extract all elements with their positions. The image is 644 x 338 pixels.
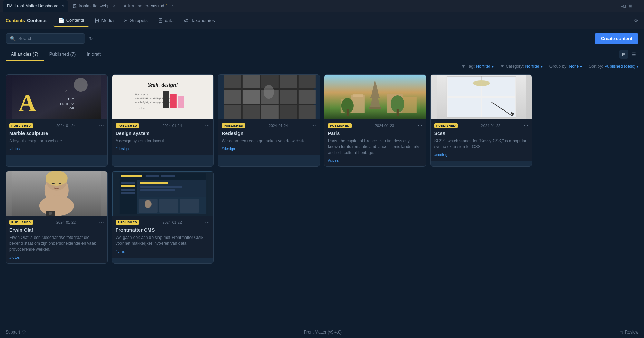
data-icon: 🗄 — [158, 18, 163, 23]
settings-icon[interactable]: ⚙ — [634, 17, 638, 24]
filter-tab-published[interactable]: Published (7) — [44, 48, 81, 61]
card-scss-menu[interactable]: ⋯ — [524, 123, 528, 128]
card-erwin-menu[interactable]: ⋯ — [99, 220, 104, 225]
tag-value[interactable]: No filter — [476, 64, 490, 69]
card-paris[interactable]: PUBLISHED 2024-01-23 ⋯ Paris Paris, the … — [324, 74, 426, 167]
card-redesign-footer: PUBLISHED 2024-01-24 ⋯ Redesign We gaan … — [218, 119, 320, 155]
tab-webp[interactable]: 🖼 frontmatter.webp × — [69, 0, 119, 12]
category-filter[interactable]: ▼ Category: No filter ▾ — [500, 64, 543, 69]
support-area[interactable]: Support ♡ — [6, 330, 26, 335]
card-scss[interactable]: PUBLISHED 2024-01-22 ⋯ Scss SCSS, which … — [430, 74, 533, 167]
card-redesign[interactable]: PUBLISHED 2024-01-24 ⋯ Redesign We gaan … — [218, 74, 320, 167]
category-value[interactable]: No filter — [525, 64, 539, 69]
refresh-button[interactable]: ↻ — [89, 36, 93, 41]
heart-icon: ♡ — [22, 330, 26, 335]
card-marble-meta: PUBLISHED 2024-01-24 ⋯ — [9, 123, 104, 128]
card-design-tag-0[interactable]: #design — [116, 147, 129, 151]
card-marble-image: A THE HISTORY OF △ — [6, 75, 107, 119]
svg-text:THE: THE — [68, 98, 74, 101]
nav-logo: Contents Contents — [6, 18, 47, 23]
search-box[interactable]: 🔍 — [6, 33, 85, 44]
footer-review[interactable]: ☆ Review — [620, 330, 638, 335]
card-erwin-footer: PUBLISHED 2024-01-22 ⋯ Erwin Olaf Erwin … — [6, 216, 107, 263]
star-icon: ☆ — [620, 330, 624, 335]
tab-webp-close[interactable]: × — [113, 4, 115, 8]
svg-point-65 — [52, 183, 55, 184]
review-label[interactable]: Review — [625, 330, 638, 335]
tab-md-close[interactable]: × — [172, 4, 174, 8]
card-frontmatter-cms[interactable]: PUBLISHED 2024-01-22 ⋯ Frontmatter CMS W… — [112, 171, 214, 263]
card-scss-tags: #coding — [434, 153, 529, 157]
title-bar-more-btn[interactable]: ⋯ — [635, 4, 638, 8]
svg-rect-29 — [224, 105, 241, 119]
card-redesign-menu[interactable]: ⋯ — [311, 123, 316, 128]
search-icon: 🔍 — [10, 36, 16, 41]
card-marble-sculpture[interactable]: A THE HISTORY OF △ PUBLISHED 2024-01-24 … — [6, 74, 108, 167]
nav-item-media[interactable]: 🖼 Media — [90, 15, 118, 26]
svg-rect-14 — [163, 91, 169, 108]
svg-rect-52 — [447, 77, 480, 96]
card-paris-date: 2024-01-23 — [375, 124, 394, 128]
create-content-button[interactable]: Create content — [595, 33, 638, 44]
svg-rect-75 — [161, 175, 175, 177]
svg-rect-78 — [121, 185, 135, 187]
tab-dashboard[interactable]: FM Front Matter Dashboard × — [3, 0, 68, 12]
card-frontmatter-footer: PUBLISHED 2024-01-22 ⋯ Frontmatter CMS W… — [112, 216, 214, 258]
card-erwin-desc: Erwin Olaf is een Nederlandse fotograaf … — [9, 235, 104, 252]
nav-item-taxonomies[interactable]: 🏷 Taxonomies — [179, 15, 219, 26]
tab-dashboard-close[interactable]: × — [62, 4, 64, 8]
card-design-system[interactable]: Yeah, design! Montserrat ABCDEFGHIJKLMNO… — [112, 74, 214, 167]
search-input[interactable] — [18, 36, 74, 41]
card-paris-tag-0[interactable]: #cities — [328, 158, 339, 162]
card-marble-desc: A layout design for a website — [9, 138, 104, 144]
group-value[interactable]: None — [569, 64, 579, 69]
svg-rect-33 — [299, 105, 316, 119]
svg-text:colors: colors — [138, 107, 145, 109]
group-by[interactable]: Group by: None ▾ — [549, 64, 582, 69]
svg-rect-80 — [121, 192, 135, 194]
sort-by[interactable]: Sort by: Published (desc) ▾ — [589, 64, 638, 69]
title-bar-fm-btn[interactable]: FM — [621, 4, 626, 8]
card-design-footer: PUBLISHED 2024-01-24 ⋯ Design system A d… — [112, 119, 214, 155]
card-marble-tag-0[interactable]: #fotos — [9, 147, 20, 151]
taxonomies-icon: 🏷 — [184, 18, 189, 23]
card-erwin-title: Erwin Olaf — [9, 227, 104, 233]
sort-value[interactable]: Published (desc) — [605, 64, 635, 69]
nav-item-contents-label: Contents — [66, 18, 84, 23]
title-bar: FM Front Matter Dashboard × 🖼 frontmatte… — [0, 0, 644, 12]
sort-dropdown-icon[interactable]: ▾ — [637, 65, 638, 68]
card-marble-menu[interactable]: ⋯ — [99, 123, 104, 128]
card-frontmatter-desc: We gaan ook aan de slag met Frontmatter … — [116, 235, 210, 247]
sort-label: Sort by: — [589, 64, 603, 69]
category-dropdown-icon[interactable]: ▾ — [541, 65, 543, 68]
card-scss-tag-0[interactable]: #coding — [434, 153, 448, 157]
card-design-badge: PUBLISHED — [116, 123, 139, 128]
card-frontmatter-tag-0[interactable]: #cms — [116, 249, 125, 253]
filter-tab-draft[interactable]: In draft — [81, 48, 106, 61]
fm-icon: FM — [7, 4, 12, 8]
title-bar-layout-btn[interactable]: ⊞ — [629, 4, 632, 8]
svg-rect-73 — [121, 175, 142, 177]
card-frontmatter-menu[interactable]: ⋯ — [205, 220, 210, 225]
tag-dropdown-icon[interactable]: ▾ — [492, 65, 494, 68]
nav-item-snippets[interactable]: ✂ Snippets — [119, 15, 153, 26]
card-paris-menu[interactable]: ⋯ — [418, 123, 422, 128]
card-paris-badge: PUBLISHED — [328, 123, 352, 128]
support-label[interactable]: Support — [6, 330, 20, 335]
card-erwin-tag-0[interactable]: #fotos — [9, 255, 20, 259]
nav-item-data[interactable]: 🗄 data — [153, 15, 178, 26]
card-redesign-tag-0[interactable]: #design — [222, 147, 235, 151]
view-list-button[interactable]: ☰ — [630, 50, 638, 59]
group-dropdown-icon[interactable]: ▾ — [580, 65, 582, 68]
card-erwin-olaf[interactable]: PUBLISHED 2024-01-22 ⋯ Erwin Olaf Erwin … — [6, 171, 108, 263]
card-design-menu[interactable]: ⋯ — [205, 123, 210, 128]
svg-rect-31 — [261, 105, 279, 119]
svg-point-6 — [74, 78, 88, 92]
card-frontmatter-date: 2024-01-22 — [163, 220, 182, 224]
view-grid-button[interactable]: ⊞ — [619, 50, 628, 59]
tab-md[interactable]: # frontmatter-cms.md 1 × — [120, 0, 178, 12]
nav-item-contents[interactable]: 📄 Contents — [53, 15, 89, 27]
tag-filter[interactable]: ▼ Tag: No filter ▾ — [461, 64, 494, 69]
snippets-icon: ✂ — [124, 18, 128, 23]
filter-tab-all[interactable]: All articles (7) — [6, 48, 44, 61]
